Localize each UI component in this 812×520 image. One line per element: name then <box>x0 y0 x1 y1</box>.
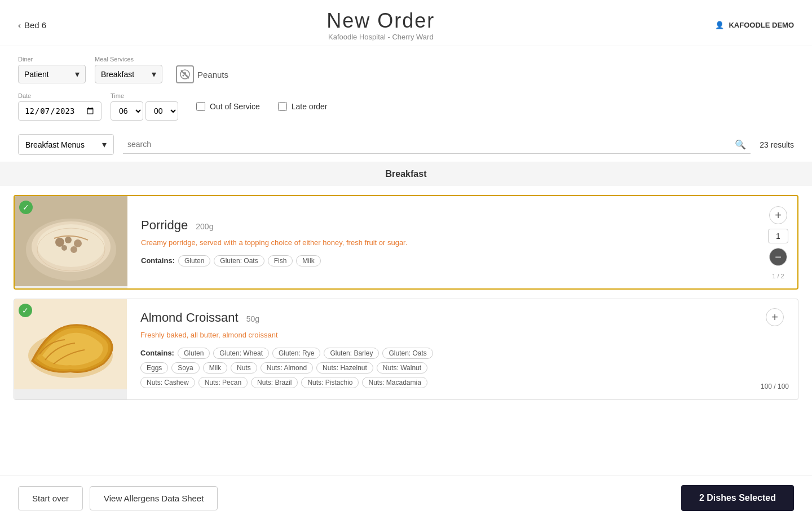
user-area: 👤 KAFOODLE DEMO <box>715 21 794 29</box>
late-order-group: Late order <box>278 102 328 111</box>
increase-qty-porridge[interactable]: + <box>769 206 787 224</box>
qty-fraction-porridge: 1 / 2 <box>772 273 784 279</box>
meal-service-select[interactable]: Breakfast <box>101 70 152 79</box>
svg-point-12 <box>61 245 67 251</box>
item-desc-porridge: Creamy porridge, served with a topping c… <box>141 237 745 248</box>
search-input[interactable] <box>127 140 735 149</box>
diner-label: Diner <box>18 56 86 63</box>
meal-chevron-icon: ▾ <box>152 69 156 79</box>
app-header: ‹ Bed 6 New Order Kafoodle Hospital - Ch… <box>0 0 812 46</box>
allergen-badge: Peanuts <box>176 55 228 83</box>
diner-control: Diner Patient ▾ <box>18 56 86 83</box>
datetime-row: Date Time 06 00 Out of Service Late orde… <box>0 88 812 127</box>
quantity-controls-croissant: + 100 / 100 <box>752 299 798 399</box>
section-title: Breakfast <box>386 169 427 179</box>
qty-display-porridge: 1 <box>768 229 788 243</box>
search-row: Breakfast Menus ▾ 🔍 23 results <box>0 127 812 162</box>
section-header: Breakfast <box>0 162 812 186</box>
svg-point-3 <box>183 75 184 77</box>
back-label: Bed 6 <box>24 20 46 30</box>
item-content-porridge: Porridge 200g Creamy porridge, served wi… <box>127 196 759 288</box>
time-label: Time <box>111 92 178 99</box>
controls-row: Diner Patient ▾ Meal Services Breakfast … <box>0 46 812 88</box>
item-name-porridge: Porridge 200g <box>141 218 745 233</box>
allergens-croissant: Contains: Gluten Gluten: Wheat Gluten: R… <box>140 348 738 359</box>
out-of-service-label: Out of Service <box>210 102 260 111</box>
menu-select[interactable]: Breakfast Menus <box>25 140 102 149</box>
svg-point-10 <box>65 237 72 243</box>
page-subtitle: Kafoodle Hospital - Cherry Ward <box>326 33 435 41</box>
item-weight-porridge: 200g <box>196 222 213 231</box>
header-center: New Order Kafoodle Hospital - Cherry War… <box>326 9 435 41</box>
quantity-controls-porridge: + 1 − 1 / 2 <box>759 196 797 288</box>
svg-point-11 <box>74 239 82 247</box>
date-label: Date <box>18 92 102 99</box>
user-label: KAFOODLE DEMO <box>729 21 794 29</box>
allergen-gluten: Gluten <box>178 255 210 266</box>
item-name-croissant: Almond Croissant 50g <box>140 310 738 325</box>
allergen-gluten-oats: Gluten: Oats <box>214 255 264 266</box>
allergen-milk: Milk <box>296 255 320 266</box>
menu-item-porridge[interactable]: ✓ Porridge 200g Creamy porridge, ser <box>14 195 798 290</box>
allergen-icon <box>176 65 194 83</box>
contains-label-porridge: Contains: <box>141 256 175 265</box>
meal-service-label: Meal Services <box>95 56 162 63</box>
back-link[interactable]: ‹ Bed 6 <box>18 20 46 30</box>
date-input[interactable] <box>18 101 102 121</box>
out-of-service-group: Out of Service <box>196 102 260 111</box>
out-of-service-checkbox[interactable] <box>196 102 205 111</box>
diner-select[interactable]: Patient <box>24 70 75 79</box>
qty-fraction-croissant: 100 / 100 <box>761 383 789 390</box>
allergens-porridge: Contains: Gluten Gluten: Oats Fish Milk <box>141 255 745 266</box>
menu-chevron-icon: ▾ <box>102 139 107 150</box>
increase-qty-croissant[interactable]: + <box>766 308 784 326</box>
time-minute-select[interactable]: 00 <box>145 101 178 121</box>
decrease-qty-porridge[interactable]: − <box>769 248 787 266</box>
diner-chevron-icon: ▾ <box>75 69 80 79</box>
allergen-name: Peanuts <box>197 70 228 79</box>
svg-point-8 <box>37 224 105 267</box>
search-icon: 🔍 <box>735 139 746 150</box>
menu-select-wrapper[interactable]: Breakfast Menus ▾ <box>18 134 114 155</box>
svg-point-9 <box>55 238 64 247</box>
menu-list: ✓ Porridge 200g Creamy porridge, ser <box>0 195 812 400</box>
time-hour-select[interactable]: 06 <box>111 101 143 121</box>
allergens-croissant-3: Nuts: Cashew Nuts: Pecan Nuts: Brazil Nu… <box>140 377 738 388</box>
svg-point-2 <box>184 72 186 74</box>
allergens-croissant-2: Eggs Soya Milk Nuts Nuts: Almond Nuts: H… <box>140 362 738 374</box>
late-order-checkbox[interactable] <box>278 102 287 111</box>
item-weight-croissant: 50g <box>246 314 259 323</box>
allergen-fish: Fish <box>268 255 293 266</box>
diner-select-wrapper[interactable]: Patient ▾ <box>18 65 86 83</box>
user-icon: 👤 <box>715 21 724 29</box>
page-title: New Order <box>326 9 435 33</box>
meal-service-control: Meal Services Breakfast ▾ <box>95 56 162 83</box>
contains-label-croissant: Contains: <box>140 349 174 357</box>
selected-check-croissant: ✓ <box>19 304 32 317</box>
svg-point-4 <box>186 75 188 77</box>
back-arrow-icon: ‹ <box>18 20 21 30</box>
time-control: Time 06 00 <box>111 92 178 121</box>
item-desc-croissant: Freshly baked, all butter, almond croiss… <box>140 330 738 341</box>
svg-point-13 <box>70 246 77 253</box>
date-control: Date <box>18 92 102 121</box>
late-order-label: Late order <box>292 102 328 111</box>
item-content-croissant: Almond Croissant 50g Freshly baked, all … <box>127 299 752 399</box>
meal-service-select-wrapper[interactable]: Breakfast ▾ <box>95 65 162 83</box>
results-count: 23 results <box>760 140 794 149</box>
menu-item-almond-croissant[interactable]: ✓ Almond Croissant 50g Fres <box>14 299 798 400</box>
selected-check-porridge: ✓ <box>19 201 33 214</box>
search-input-wrapper: 🔍 <box>123 136 751 154</box>
